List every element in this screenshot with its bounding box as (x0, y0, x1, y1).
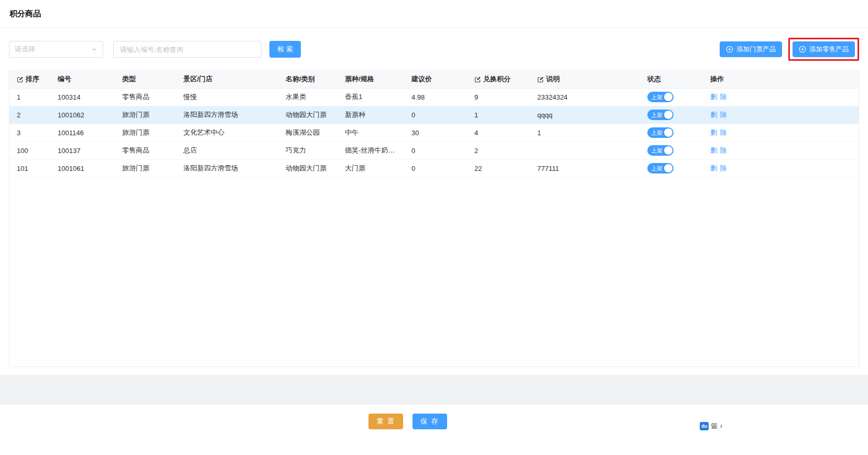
reset-button[interactable]: 重 置 (368, 414, 403, 429)
cell-status: 上架 (640, 124, 703, 142)
table-row[interactable]: 2 1001062 旅游门票 洛阳新四方滑雪场 动物园大门票 新票种 0 1 q… (9, 106, 859, 124)
ime-mode-char: 簺 (711, 421, 718, 431)
toolbar-right: 添加门票产品 添加零售产品 (720, 38, 859, 61)
cell-points: 9 (467, 88, 530, 106)
cell-code: 1001061 (50, 159, 115, 177)
cell-action: 删 除 (703, 106, 859, 124)
col-desc: 说明 (530, 71, 640, 88)
products-table-container: 排序 编号 类型 景区/门店 名称/类别 票种/规格 建议价 兑换积分 说明 (9, 70, 859, 367)
cell-action: 删 除 (703, 88, 859, 106)
cell-price: 4.98 (404, 88, 467, 106)
table-row[interactable]: 101 1001061 旅游门票 洛阳新四方滑雪场 动物园大门票 大门票 0 2… (9, 159, 859, 177)
cell-code: 1001062 (50, 106, 115, 124)
status-toggle-label: 上架 (651, 130, 663, 136)
delete-link[interactable]: 删 除 (710, 146, 728, 154)
cell-sort: 1 (9, 88, 50, 106)
products-table: 排序 编号 类型 景区/门店 名称/类别 票种/规格 建议价 兑换积分 说明 (9, 71, 859, 178)
cell-name: 动物园大门票 (278, 106, 338, 124)
col-name: 名称/类别 (278, 71, 338, 88)
footer-divider-strip (0, 375, 868, 405)
add-retail-product-button[interactable]: 添加零售产品 (793, 41, 855, 57)
cell-status: 上架 (640, 88, 703, 106)
col-price: 建议价 (404, 71, 467, 88)
cell-price: 0 (404, 159, 467, 177)
table-row[interactable]: 1 100314 零售商品 慢慢 水果类 香蕉1 4.98 9 23324324… (9, 88, 859, 106)
cell-type: 零售商品 (115, 142, 176, 159)
cell-type: 旅游门票 (115, 106, 176, 124)
ime-widget[interactable]: du 簺 ▲▼ (700, 421, 723, 431)
cell-spec: 大门票 (338, 159, 404, 177)
plus-circle-icon (726, 46, 733, 53)
baidu-ime-logo[interactable]: du (700, 422, 709, 430)
save-button[interactable]: 保 存 (413, 414, 447, 429)
cell-sort: 100 (9, 142, 50, 159)
status-toggle-label: 上架 (651, 166, 663, 171)
cell-name: 动物园大门票 (278, 159, 338, 177)
search-input[interactable] (113, 41, 262, 58)
status-toggle[interactable]: 上架 (647, 163, 674, 174)
status-toggle[interactable]: 上架 (647, 92, 674, 102)
cell-price: 0 (404, 106, 467, 124)
table-row[interactable]: 3 1001146 旅游门票 文化艺术中心 梅溪湖公园 中午 30 4 1 上架… (9, 124, 859, 142)
status-toggle[interactable]: 上架 (647, 127, 674, 138)
cell-desc: 1 (530, 124, 640, 142)
add-ticket-product-label: 添加门票产品 (736, 45, 776, 54)
page-header: 积分商品 (0, 0, 868, 28)
cell-spec: 中午 (338, 124, 404, 142)
status-toggle-dot (664, 93, 672, 101)
delete-link[interactable]: 删 除 (710, 93, 728, 101)
cell-code: 1001146 (50, 124, 115, 142)
delete-link[interactable]: 删 除 (710, 111, 728, 118)
cell-store: 总店 (176, 142, 278, 159)
ime-arrows-icon[interactable]: ▲▼ (720, 424, 723, 428)
status-toggle-dot (664, 146, 672, 155)
cell-store: 洛阳新四方滑雪场 (176, 159, 278, 177)
col-status: 状态 (640, 71, 703, 88)
delete-link[interactable]: 删 除 (710, 164, 728, 172)
delete-link[interactable]: 删 除 (710, 128, 728, 136)
cell-code: 100137 (50, 142, 115, 159)
status-toggle-label: 上架 (651, 112, 663, 118)
cell-status: 上架 (640, 142, 703, 159)
col-sort-label: 排序 (26, 74, 39, 84)
search-button[interactable]: 检 索 (269, 41, 301, 58)
type-select-placeholder: 请选择 (15, 45, 35, 54)
col-desc-label: 说明 (546, 74, 560, 84)
type-select[interactable]: 请选择 (9, 41, 103, 58)
cell-name: 梅溪湖公园 (278, 124, 338, 142)
cell-points: 2 (467, 142, 530, 159)
cell-name: 水果类 (278, 88, 338, 106)
col-points: 兑换积分 (467, 71, 530, 88)
cell-price: 0 (404, 142, 467, 159)
plus-circle-icon (799, 46, 806, 53)
cell-spec: 香蕉1 (338, 88, 404, 106)
status-toggle[interactable]: 上架 (647, 145, 674, 156)
cell-status: 上架 (640, 159, 703, 177)
col-points-label: 兑换积分 (483, 74, 511, 84)
status-toggle-dot (664, 111, 672, 119)
status-toggle[interactable]: 上架 (647, 110, 674, 120)
cell-points: 1 (467, 106, 530, 124)
cell-store: 文化艺术中心 (176, 124, 278, 142)
cell-name: 巧克力 (278, 142, 338, 159)
cell-sort: 3 (9, 124, 50, 142)
cell-points: 4 (467, 124, 530, 142)
edit-icon (17, 76, 24, 83)
cell-store: 洛阳新四方滑雪场 (176, 106, 278, 124)
status-toggle-label: 上架 (651, 94, 663, 100)
table-row[interactable]: 100 100137 零售商品 总店 巧克力 德芙-丝滑牛奶巧... 0 2 上… (9, 142, 859, 159)
table-header-row: 排序 编号 类型 景区/门店 名称/类别 票种/规格 建议价 兑换积分 说明 (9, 71, 859, 88)
status-toggle-dot (664, 164, 672, 172)
page-title: 积分商品 (9, 9, 41, 18)
cell-action: 删 除 (703, 142, 859, 159)
cell-points: 22 (467, 159, 530, 177)
cell-sort: 2 (9, 106, 50, 124)
red-highlight-box: 添加零售产品 (788, 38, 859, 61)
cell-spec: 新票种 (338, 106, 404, 124)
cell-type: 旅游门票 (115, 124, 176, 142)
cell-desc (530, 142, 640, 159)
cell-type: 旅游门票 (115, 159, 176, 177)
cell-desc: 777111 (530, 159, 640, 177)
edit-icon (537, 76, 544, 83)
add-ticket-product-button[interactable]: 添加门票产品 (720, 41, 782, 57)
